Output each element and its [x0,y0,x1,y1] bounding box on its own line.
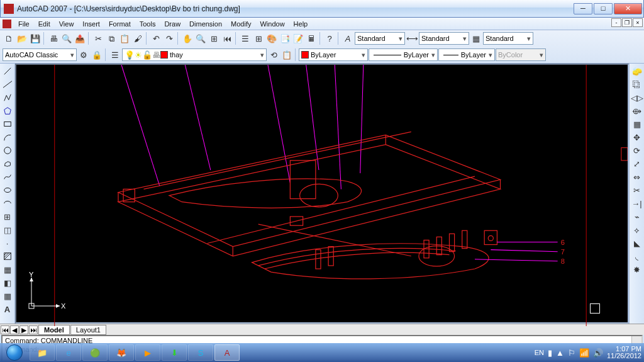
drawing-canvas[interactable]: 6 7 8 X Y [15,64,629,324]
zoom-win-button[interactable]: ⊞ [208,32,220,45]
open-button[interactable]: 📂 [16,32,28,45]
paste-button[interactable]: 📋 [118,32,131,45]
tab-last[interactable]: ⏭ [29,325,38,334]
lineweight-combo[interactable]: ByLayer▾ [438,48,495,61]
dimstyle-icon[interactable]: ⟷ [406,32,418,45]
menu-modify[interactable]: Modify [226,19,255,29]
rect-tool[interactable] [1,118,14,130]
fillet-tool[interactable]: ◟ [631,250,643,263]
menu-help[interactable]: Help [289,19,313,29]
scale-tool[interactable]: ⤢ [631,157,643,170]
new-button[interactable]: 🗋 [3,32,15,45]
line-tool[interactable] [1,65,14,77]
menu-format[interactable]: Format [104,19,135,29]
region-tool[interactable]: ◧ [1,276,14,289]
pan-button[interactable]: ✋ [181,32,194,45]
spline-tool[interactable] [1,171,14,183]
close-button[interactable]: ✕ [614,3,642,14]
undo-button[interactable]: ↶ [150,32,162,45]
match-button[interactable]: 🖌 [131,32,144,45]
textstyle-combo[interactable]: Standard▾ [355,32,405,45]
tray-network-icon[interactable]: 📶 [579,349,589,357]
taskbar-ie[interactable]: e [56,344,81,361]
explode-tool[interactable]: ✸ [631,263,643,276]
xline-tool[interactable] [1,78,14,91]
ellipse-tool[interactable] [1,184,14,196]
tray-clock[interactable]: 1:07 PM 11/26/2012 [607,346,641,359]
tablestyle-combo[interactable]: Standard▾ [483,32,533,45]
minimize-button[interactable]: ─ [574,3,592,14]
erase-tool[interactable]: 🧽 [631,65,643,77]
taskbar-chrome[interactable]: 🟢 [82,344,108,361]
linetype-combo[interactable]: ByLayer▾ [369,48,438,61]
point-tool[interactable]: · [1,237,14,249]
props-button[interactable]: ☰ [239,32,252,45]
dimstyle-combo[interactable]: Standard▾ [419,32,469,45]
cut-button[interactable]: ✂ [92,32,104,45]
color-combo[interactable]: ByLayer▾ [299,48,368,61]
join-tool[interactable]: ⟡ [631,223,643,236]
polygon-tool[interactable] [1,105,14,117]
tray-flag-icon[interactable]: ▮ [548,349,552,357]
ssm-button[interactable]: 📑 [279,32,291,45]
menu-edit[interactable]: Edit [34,19,55,29]
tab-prev[interactable]: ◀ [10,325,19,334]
copy-tool[interactable]: ⿻ [631,78,643,91]
ws-settings-button[interactable]: ⚙ [77,48,90,61]
qcalc-button[interactable]: 🖩 [305,32,318,45]
rotate-tool[interactable]: ⟳ [631,144,643,157]
menu-view[interactable]: View [55,19,79,29]
tray-up-icon[interactable]: ▲ [556,349,564,357]
taskbar-autocad[interactable]: A [214,344,240,361]
tab-next[interactable]: ▶ [19,325,28,334]
offset-tool[interactable]: ⟴ [631,105,643,117]
taskbar-wmp[interactable]: ▶ [135,344,160,361]
menu-window[interactable]: Window [255,19,289,29]
publish-button[interactable]: 📤 [74,32,86,45]
mirror-tool[interactable]: ◁▷ [631,91,643,104]
insert-tool[interactable]: ⊞ [1,210,14,223]
tp-button[interactable]: 🎨 [265,32,278,45]
tray-volume-icon[interactable]: 🔊 [593,349,603,357]
layer-prop-button[interactable]: ☰ [109,48,121,61]
preview-button[interactable]: 🔍 [60,32,73,45]
maximize-button[interactable]: □ [594,3,613,14]
taskbar-firefox[interactable]: 🦊 [109,344,134,361]
taskbar-explorer[interactable]: 📁 [30,344,55,361]
menu-file[interactable]: File [14,19,34,29]
hatch-tool[interactable] [1,250,14,263]
zoom-prev-button[interactable]: ⏮ [221,32,233,45]
tray-action-icon[interactable]: ⚐ [568,349,575,357]
revcloud-tool[interactable] [1,157,14,170]
layer-prev-button[interactable]: ⟲ [267,48,280,61]
plot-button[interactable]: 🖶 [47,32,60,45]
move-tool[interactable]: ✥ [631,131,643,144]
layer-state-button[interactable]: 📋 [280,48,293,61]
zoom-rt-button[interactable]: 🔍 [194,32,207,45]
tray-lang[interactable]: EN [535,349,544,356]
block-tool[interactable]: ◫ [1,223,14,236]
mdi-min[interactable]: - [611,18,621,27]
copy-button[interactable]: ⧉ [105,32,118,45]
menu-insert[interactable]: Insert [78,19,104,29]
layer-combo[interactable]: 💡 ☀ 🔓 🖶 thay ▾ [122,48,267,61]
taskbar-idm[interactable]: ⬇ [162,344,187,361]
dcenter-button[interactable]: ⊞ [252,32,265,45]
circle-tool[interactable] [1,144,14,157]
menu-tools[interactable]: Tools [135,19,160,29]
arc-tool[interactable] [1,131,14,144]
trim-tool[interactable]: ✂ [631,184,643,196]
taskbar-skype[interactable]: S [188,344,213,361]
save-button[interactable]: 💾 [29,32,42,45]
stretch-tool[interactable]: ⇔ [631,171,643,183]
menu-draw[interactable]: Draw [160,19,185,29]
mtext-tool[interactable]: A [1,303,14,315]
ws-lock-button[interactable]: 🔒 [91,48,103,61]
mdi-close[interactable]: × [633,18,643,27]
ellipsearc-tool[interactable] [1,197,14,210]
mdi-max[interactable]: ❐ [622,18,632,27]
start-button[interactable] [0,343,29,362]
table-tool[interactable]: ▦ [1,290,14,302]
pline-tool[interactable] [1,91,14,104]
chamfer-tool[interactable]: ◣ [631,237,643,249]
